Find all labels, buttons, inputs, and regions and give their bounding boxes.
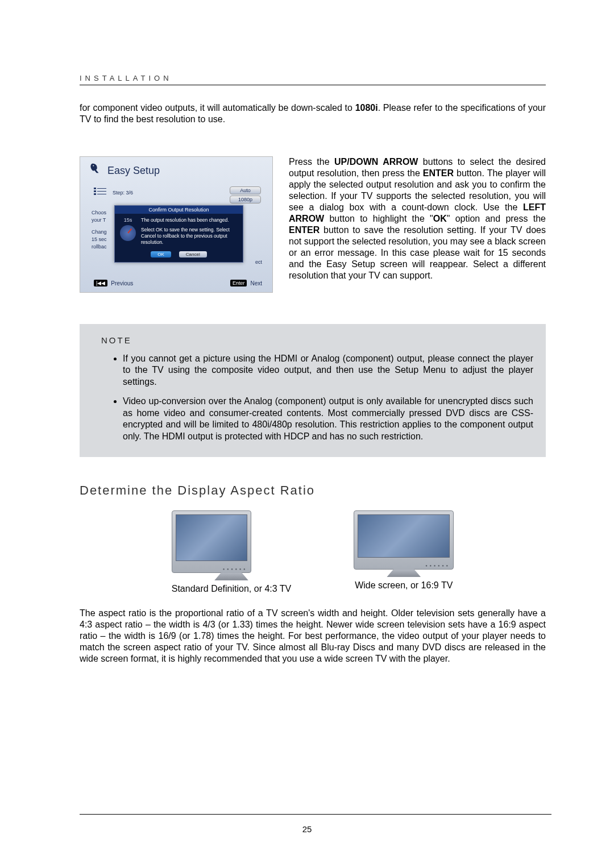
dialog-countdown: 15s	[124, 217, 132, 223]
dialog-line1: The output resolution has been changed.	[141, 217, 239, 223]
note-item-1: If you cannot get a picture using the HD…	[123, 353, 533, 388]
svg-rect-3	[94, 190, 96, 192]
trunc-line: Chang	[92, 229, 107, 236]
enter-key-icon: Enter	[230, 280, 247, 286]
txt: button to save the resolution setting. I…	[289, 225, 546, 280]
setup-description-paragraph: Press the UP/DOWN ARROW buttons to selec…	[289, 156, 546, 293]
section-header-label: INSTALLATION	[80, 74, 546, 82]
svg-rect-5	[94, 193, 96, 195]
intro-text-a: for component video outputs, it will aut…	[80, 103, 355, 113]
aspect-ratio-paragraph: The aspect ratio is the proportional rat…	[80, 608, 546, 665]
confirm-resolution-dialog: Confirm Output Resolution 15s The output…	[114, 205, 243, 263]
parrot-icon	[89, 163, 102, 175]
txt: Press the	[289, 157, 334, 167]
dialog-ok-button[interactable]: OK	[151, 251, 171, 258]
note-title: NOTE	[101, 335, 533, 345]
note-box: NOTE If you cannot get a picture using t…	[80, 324, 546, 457]
footer-rule	[80, 814, 551, 815]
intro-bold-1080i: 1080i	[355, 103, 378, 113]
trunc-line: your T	[92, 217, 107, 224]
prev-label: Previous	[111, 280, 133, 286]
tv-illustration-row: ● ● ● ● ● ● Standard Definition, or 4:3 …	[80, 510, 546, 594]
note-list: If you cannot get a picture using the HD…	[92, 353, 533, 442]
header-rule	[80, 85, 546, 85]
page-number: 25	[0, 824, 614, 834]
next-label: Next	[250, 280, 262, 286]
dialog-title: Confirm Output Resolution	[115, 206, 243, 214]
setup-right-truncated-text: ect	[255, 259, 262, 265]
prev-key-icon: |◀◀	[94, 280, 107, 286]
tv-16x9-item: ● ● ● ● ● ● Wide screen, or 16:9 TV	[354, 510, 454, 594]
intro-paragraph: for component video outputs, it will aut…	[80, 102, 546, 125]
setup-left-truncated-text: Choos your T Chang 15 sec rollbac	[92, 209, 107, 251]
trunc-line: Choos	[92, 209, 107, 217]
trunc-line: 15 sec	[92, 236, 107, 243]
clock-icon	[120, 225, 136, 241]
setup-title: Easy Setup	[107, 165, 160, 177]
txt: " option and press the	[447, 214, 546, 223]
section-heading-aspect-ratio: Determine the Display Aspect Ratio	[80, 483, 546, 498]
resolution-option-auto[interactable]: Auto	[230, 186, 261, 194]
svg-rect-4	[97, 191, 106, 192]
tv-4x3-caption: Standard Definition, or 4:3 TV	[172, 584, 292, 594]
svg-rect-2	[97, 188, 106, 189]
dialog-cancel-button[interactable]: Cancel	[179, 251, 207, 258]
svg-rect-1	[94, 188, 96, 189]
note-item-2: Video up-conversion over the Analog (com…	[123, 396, 533, 442]
bold-updown: UP/DOWN ARROW	[334, 157, 418, 167]
dialog-line2: Select OK to save the new setting. Selec…	[141, 227, 239, 246]
svg-point-0	[93, 165, 94, 167]
tv-16x9-caption: Wide screen, or 16:9 TV	[354, 580, 454, 591]
setup-step-indicator: Step: 3/6	[113, 190, 133, 196]
tv-4x3-icon: ● ● ● ● ● ●	[172, 510, 251, 573]
easy-setup-screenshot: Easy Setup Step: 3/6 Auto 1080p Choos yo…	[80, 156, 273, 293]
tv-4x3-item: ● ● ● ● ● ● Standard Definition, or 4:3 …	[172, 510, 292, 594]
txt: button to highlight the "	[324, 214, 433, 223]
trunc-line: rollbac	[92, 243, 107, 251]
step-list-icon	[94, 188, 106, 196]
tv-16x9-icon: ● ● ● ● ● ●	[354, 510, 454, 570]
bold-enter: ENTER	[423, 168, 454, 178]
bold-enter2: ENTER	[289, 225, 320, 235]
svg-rect-6	[97, 194, 106, 194]
bold-ok: OK	[433, 214, 447, 223]
resolution-option-1080p[interactable]: 1080p	[230, 196, 261, 203]
